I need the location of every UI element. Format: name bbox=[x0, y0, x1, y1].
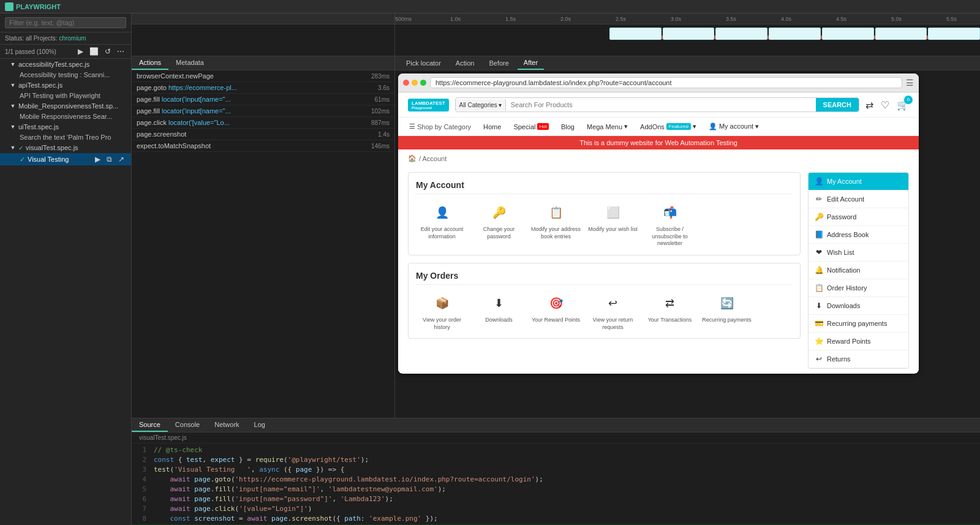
recurring-icon: 🔄 bbox=[716, 292, 738, 314]
edit-account-icon[interactable]: 👤 Edit your account information bbox=[416, 202, 468, 247]
my-orders-section: My Orders 📦 View your order history ⬇ bbox=[408, 263, 801, 339]
category-select[interactable]: All Categories ▾ bbox=[456, 99, 506, 111]
tab-actions[interactable]: Actions bbox=[132, 56, 168, 70]
action-row-screenshot[interactable]: page.screenshot 1.4s bbox=[132, 129, 394, 140]
top-bar: ▶ PLAYWRIGHT bbox=[0, 0, 980, 13]
nav-blog[interactable]: Blog bbox=[560, 121, 576, 133]
code-area[interactable]: 1 // @ts-check 2 const { test, expect } … bbox=[132, 444, 980, 525]
order-history-icon[interactable]: 📦 View your order history bbox=[416, 292, 468, 331]
open-button[interactable]: ↗ bbox=[116, 154, 126, 164]
timeline-ticks: 500ms 1.0s 1.5s 2.0s 2.5s 3.0s 3.5s 4.0s… bbox=[395, 13, 980, 24]
sub-item-visual[interactable]: ✓ Visual Testing ▶ ⧉ ↗ bbox=[0, 153, 131, 165]
browser-menu-icon[interactable]: ☰ bbox=[906, 78, 914, 88]
nav-shop-by-category[interactable]: ☰ Shop by Category bbox=[408, 120, 472, 133]
my-account-section: My Account 👤 Edit your account informati… bbox=[408, 172, 801, 255]
nav-my-account[interactable]: 👤 My account ▾ bbox=[707, 120, 760, 133]
action-name: page.fill locator('input[name="... bbox=[137, 96, 361, 103]
newsletter-label: Subscribe / unsubscribe to newsletter bbox=[644, 226, 696, 247]
file-item-mobile[interactable]: ▼ Mobile_ResponsivenessTest.sp... bbox=[0, 100, 131, 111]
search-bar: All Categories ▾ SEARCH bbox=[455, 97, 859, 112]
sidebar-item-edit-account[interactable]: ✏ Edit Account bbox=[809, 191, 908, 208]
nav-mega-menu[interactable]: Mega Menu ▾ bbox=[586, 120, 629, 133]
sidebar-item-password[interactable]: 🔑 Password bbox=[809, 208, 908, 226]
code-line-1: 1 // @ts-check bbox=[132, 446, 980, 456]
tab-before[interactable]: Before bbox=[483, 57, 514, 69]
return-requests-icon[interactable]: ↩ View your return requests bbox=[587, 292, 639, 331]
sidebar-item-label: Order History bbox=[827, 284, 867, 292]
downloads-icon[interactable]: ⬇ Downloads bbox=[473, 292, 525, 331]
home-icon[interactable]: 🏠 bbox=[408, 154, 417, 162]
nav-addons[interactable]: AddOns Featured ▾ bbox=[639, 120, 698, 133]
file-item-visual[interactable]: ▼ ✓ visualTest.spec.js bbox=[0, 142, 131, 153]
sidebar-menu: 👤 My Account ✏ Edit Account bbox=[808, 172, 909, 369]
order-history-label: View your order history bbox=[416, 317, 468, 331]
expand-icon: ▼ bbox=[10, 61, 16, 67]
file-name: accessibilityTest.spec.js bbox=[18, 61, 89, 68]
more-button[interactable]: ⋯ bbox=[115, 47, 126, 56]
action-row-new-page[interactable]: browserContext.newPage 283ms bbox=[132, 70, 394, 82]
search-input[interactable] bbox=[506, 99, 816, 111]
refresh-button[interactable]: ↺ bbox=[103, 47, 113, 56]
tab-action[interactable]: Action bbox=[450, 57, 481, 69]
sidebar-item-downloads[interactable]: ⬇ Downloads bbox=[809, 297, 908, 315]
traffic-light-yellow[interactable] bbox=[412, 80, 418, 86]
copy-button[interactable]: ⧉ bbox=[105, 154, 114, 164]
thumbnail-1 bbox=[609, 28, 662, 40]
reward-points-icon[interactable]: 🎯 Your Reward Points bbox=[530, 292, 582, 331]
mail-icon: 📬 bbox=[659, 202, 681, 224]
action-row-goto[interactable]: page.goto https://ecommerce-pl... 3.6s bbox=[132, 82, 394, 94]
check-icon: ✓ bbox=[18, 145, 23, 151]
chevron-icon: ▾ bbox=[693, 123, 696, 130]
tab-log[interactable]: Log bbox=[247, 418, 273, 432]
sub-item-api[interactable]: API Testing with Playwright bbox=[0, 91, 131, 100]
chevron-icon: ▾ bbox=[755, 123, 759, 130]
sub-item-ui[interactable]: Search the text 'Palm Treo Pro bbox=[0, 132, 131, 142]
change-password-icon[interactable]: 🔑 Change your password bbox=[473, 202, 525, 247]
action-name: page.click locator('[value="Lo... bbox=[137, 119, 361, 126]
file-item-accessibility[interactable]: ▼ accessibilityTest.spec.js bbox=[0, 59, 131, 70]
line-number: 3 bbox=[132, 466, 154, 475]
run-button[interactable]: ▶ bbox=[76, 47, 85, 56]
url-bar[interactable]: https://ecommerce-playground.lambdatest.… bbox=[430, 77, 902, 88]
cart-icon[interactable]: 🛒 0 bbox=[897, 99, 909, 111]
action-row-fill-1[interactable]: page.fill locator('input[name="... 61ms bbox=[132, 94, 394, 105]
sidebar-item-reward-points[interactable]: ⭐ Reward Points bbox=[809, 333, 908, 350]
recurring-payments-icon[interactable]: 🔄 Recurring payments bbox=[701, 292, 753, 331]
traffic-light-red[interactable] bbox=[403, 80, 409, 86]
newsletter-icon[interactable]: 📬 Subscribe / unsubscribe to newsletter bbox=[644, 202, 696, 247]
nav-home[interactable]: Home bbox=[482, 121, 502, 133]
compare-icon[interactable]: ⇄ bbox=[865, 99, 873, 111]
sub-item-mobile[interactable]: Mobile Responsiveness Sear... bbox=[0, 111, 131, 121]
tab-after[interactable]: After bbox=[518, 56, 544, 70]
transactions-icon[interactable]: ⇄ Your Transactions bbox=[644, 292, 696, 331]
sidebar-item-my-account[interactable]: 👤 My Account bbox=[809, 173, 908, 191]
action-row-snapshot[interactable]: expect.toMatchSnapshot 146ms bbox=[132, 140, 394, 152]
run-test-button[interactable]: ▶ bbox=[93, 154, 102, 164]
filter-input[interactable] bbox=[5, 17, 126, 28]
filter-bar bbox=[0, 13, 131, 32]
sub-item-accessibility[interactable]: Accessibility testing : Scanni... bbox=[0, 70, 131, 80]
sidebar-item-recurring[interactable]: 💳 Recurring payments bbox=[809, 315, 908, 333]
nav-special[interactable]: Special Hot bbox=[512, 121, 550, 133]
sidebar-item-address-book[interactable]: 📘 Address Book bbox=[809, 226, 908, 244]
tab-metadata[interactable]: Metadata bbox=[168, 56, 211, 70]
file-item-ui[interactable]: ▼ uiTest.spec.js bbox=[0, 121, 131, 132]
sidebar-item-wish-list[interactable]: ❤ Wish List bbox=[809, 244, 908, 262]
address-book-icon[interactable]: 📋 Modify your address book entries bbox=[530, 202, 582, 247]
sidebar-item-order-history[interactable]: 📋 Order History bbox=[809, 279, 908, 297]
file-item-api[interactable]: ▼ apiTest.spec.js bbox=[0, 80, 131, 91]
history-icon: 📦 bbox=[431, 292, 453, 314]
tab-pick-locator[interactable]: Pick locator bbox=[400, 57, 447, 69]
action-row-click[interactable]: page.click locator('[value="Lo... 887ms bbox=[132, 117, 394, 129]
tab-console[interactable]: Console bbox=[168, 418, 207, 432]
wish-list-icon[interactable]: ⬜ Modify your wish list bbox=[587, 202, 639, 247]
sidebar-item-returns[interactable]: ↩ Returns bbox=[809, 350, 908, 368]
tab-network[interactable]: Network bbox=[207, 418, 246, 432]
traffic-light-green[interactable] bbox=[420, 80, 426, 86]
tab-source[interactable]: Source bbox=[132, 418, 168, 432]
stop-button[interactable]: ⬜ bbox=[88, 47, 100, 56]
search-button[interactable]: SEARCH bbox=[816, 98, 859, 111]
action-row-fill-2[interactable]: page.fill locator('input[name="... 102ms bbox=[132, 105, 394, 117]
wishlist-icon[interactable]: ♡ bbox=[881, 99, 889, 111]
sidebar-item-notification[interactable]: 🔔 Notification bbox=[809, 262, 908, 279]
